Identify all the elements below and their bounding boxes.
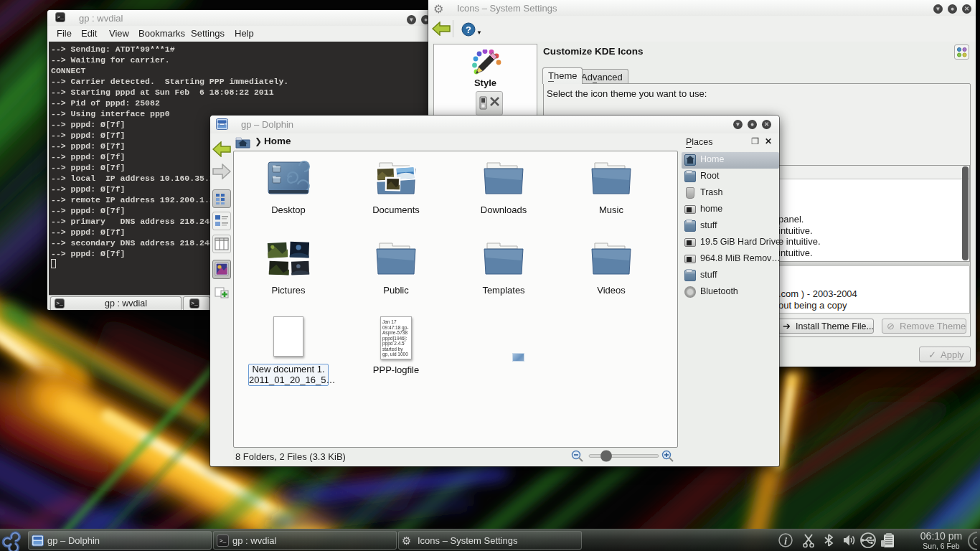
svg-text:i: i <box>784 535 788 547</box>
svg-text:?: ? <box>466 24 471 35</box>
